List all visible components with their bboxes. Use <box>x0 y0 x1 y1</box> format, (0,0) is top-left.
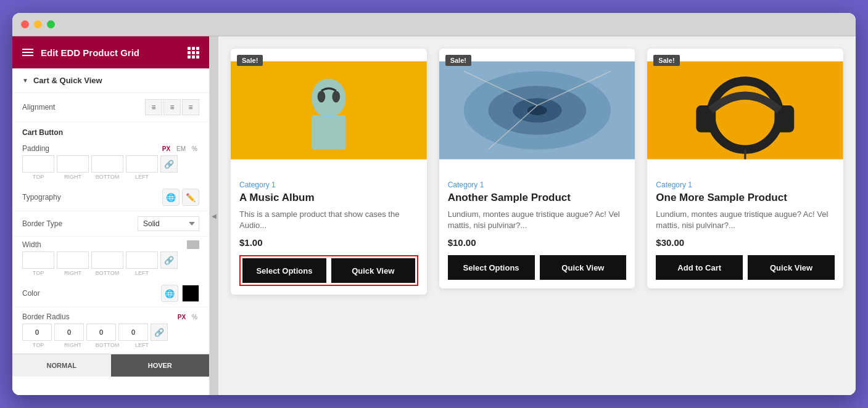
normal-hover-tabs: NORMAL HOVER <box>12 354 209 377</box>
left-panel: Edit EDD Product Grid ▼ Cart & Quick Vie… <box>12 36 210 395</box>
card-category-3[interactable]: Category 1 <box>656 181 835 189</box>
select-options-button-2[interactable]: Select Options <box>448 255 535 280</box>
product-grid: Sale! Category 1 A Music Album This is a… <box>218 36 856 395</box>
section-title: Cart & Quick View <box>33 76 102 85</box>
normal-tab[interactable]: NORMAL <box>12 354 111 377</box>
panel-title: Edit EDD Product Grid <box>41 47 139 58</box>
align-right-button[interactable]: ≡ <box>182 99 199 115</box>
collapse-handle[interactable]: ◀ <box>210 36 218 395</box>
card-title-1: A Music Album <box>239 192 418 204</box>
minimize-button[interactable] <box>34 20 42 28</box>
width-control: Width 🔗 TOP RIGHT BOTTOM LEFT <box>12 237 209 280</box>
close-button[interactable] <box>21 20 29 28</box>
border-type-label: Border Type <box>22 219 62 228</box>
br-unit-px-button[interactable]: PX <box>176 313 188 321</box>
link-width-button[interactable]: 🔗 <box>160 251 178 269</box>
unit-px-button[interactable]: PX <box>160 145 172 153</box>
unit-em-button[interactable]: EM <box>175 145 188 153</box>
br-unit-percent-button[interactable]: % <box>190 313 199 321</box>
color-swatch[interactable] <box>182 285 199 302</box>
svg-rect-3 <box>312 115 346 150</box>
panel-body: ▼ Cart & Quick View Alignment ≡ ≡ ≡ Cart… <box>12 68 209 395</box>
unit-percent-button[interactable]: % <box>190 145 199 153</box>
typography-row: Typography 🌐 ✏️ <box>12 184 209 211</box>
width-left-input[interactable] <box>126 251 158 269</box>
quick-view-button-1[interactable]: Quick View <box>331 258 415 283</box>
width-top-input[interactable] <box>22 251 54 269</box>
product-card-1: Sale! Category 1 A Music Album This is a… <box>231 49 427 295</box>
br-input-labels: TOP RIGHT BOTTOM LEFT <box>22 342 199 348</box>
browser-titlebar <box>12 13 856 36</box>
padding-bottom-input[interactable] <box>91 155 123 173</box>
width-right-input[interactable] <box>57 251 89 269</box>
br-top-label: TOP <box>22 342 54 348</box>
quick-view-button-3[interactable]: Quick View <box>748 255 835 280</box>
chevron-down-icon: ▼ <box>22 77 28 84</box>
grid-apps-icon[interactable] <box>188 47 199 59</box>
color-label: Color <box>22 289 40 298</box>
globe-icon-button[interactable]: 🌐 <box>162 189 180 206</box>
section-header[interactable]: ▼ Cart & Quick View <box>12 68 209 93</box>
padding-right-input[interactable] <box>57 155 89 173</box>
cart-button-section-label: Cart Button <box>12 122 209 141</box>
alignment-label: Alignment <box>22 103 55 112</box>
sale-badge-2: Sale! <box>445 55 471 66</box>
border-radius-bl-input[interactable] <box>118 324 148 341</box>
select-options-button-1[interactable]: Select Options <box>242 258 326 283</box>
product-image-wrapper-1: Sale! <box>231 49 427 172</box>
border-radius-tl-input[interactable] <box>22 324 52 341</box>
svg-rect-14 <box>647 62 843 160</box>
card-description-1: This is a sample product that show cases… <box>239 209 418 231</box>
padding-left-input[interactable] <box>126 155 158 173</box>
padding-right-label: RIGHT <box>57 174 89 180</box>
svg-point-10 <box>527 105 547 115</box>
color-globe-icon-button[interactable]: 🌐 <box>161 285 178 302</box>
br-left-label: LEFT <box>126 342 158 348</box>
panel-header-left: Edit EDD Product Grid <box>22 47 139 58</box>
product-image-2 <box>439 49 635 172</box>
responsive-icon <box>187 240 199 249</box>
quick-view-button-2[interactable]: Quick View <box>540 255 627 280</box>
br-right-label: RIGHT <box>57 342 89 348</box>
color-controls: 🌐 <box>161 285 199 302</box>
border-type-select[interactable]: None Solid Dashed Dotted <box>138 216 199 231</box>
hover-tab[interactable]: HOVER <box>111 354 210 377</box>
card-body-2: Category 1 Another Sample Product Lundiu… <box>439 172 635 288</box>
border-radius-tr-input[interactable] <box>54 324 84 341</box>
border-radius-br-input[interactable] <box>86 324 116 341</box>
pencil-icon-button[interactable]: ✏️ <box>182 189 199 206</box>
padding-top-label: TOP <box>22 174 54 180</box>
align-left-button[interactable]: ≡ <box>145 99 162 115</box>
card-category-2[interactable]: Category 1 <box>448 181 627 189</box>
border-radius-label: Border Radius <box>22 312 70 321</box>
width-input-labels: TOP RIGHT BOTTOM LEFT <box>22 270 199 276</box>
border-radius-row: Border Radius PX % 🔗 TOP <box>12 308 209 354</box>
padding-inputs: 🔗 <box>22 155 199 173</box>
unit-buttons: PX EM % <box>160 145 199 153</box>
border-radius-inputs: 🔗 <box>22 324 199 341</box>
card-body-3: Category 1 One More Sample Product Lundi… <box>647 172 843 288</box>
width-label: Width <box>22 240 41 249</box>
alignment-row: Alignment ≡ ≡ ≡ <box>12 93 209 122</box>
width-left-label: LEFT <box>126 270 158 276</box>
sale-badge-1: Sale! <box>237 55 263 66</box>
card-price-2: $10.00 <box>448 237 627 248</box>
border-type-row: Border Type None Solid Dashed Dotted <box>12 211 209 237</box>
card-description-2: Lundium, montes augue tristique augue? A… <box>448 209 627 231</box>
product-image-wrapper-2: Sale! <box>439 49 635 172</box>
product-card-3: Sale! Category 1 One More Sample Product… <box>647 49 843 288</box>
svg-point-2 <box>312 78 346 118</box>
align-center-button[interactable]: ≡ <box>163 99 181 115</box>
panel-header: Edit EDD Product Grid <box>12 36 209 68</box>
add-to-cart-button-3[interactable]: Add to Cart <box>656 255 743 280</box>
padding-bottom-label: BOTTOM <box>91 174 123 180</box>
sale-badge-3: Sale! <box>653 55 679 66</box>
padding-top-input[interactable] <box>22 155 54 173</box>
maximize-button[interactable] <box>47 20 55 28</box>
width-bottom-input[interactable] <box>91 251 123 269</box>
link-padding-button[interactable]: 🔗 <box>160 155 178 173</box>
card-category-1[interactable]: Category 1 <box>239 181 418 189</box>
hamburger-icon[interactable] <box>22 49 33 56</box>
product-image-3 <box>647 49 843 172</box>
link-radius-button[interactable]: 🔗 <box>151 324 168 341</box>
